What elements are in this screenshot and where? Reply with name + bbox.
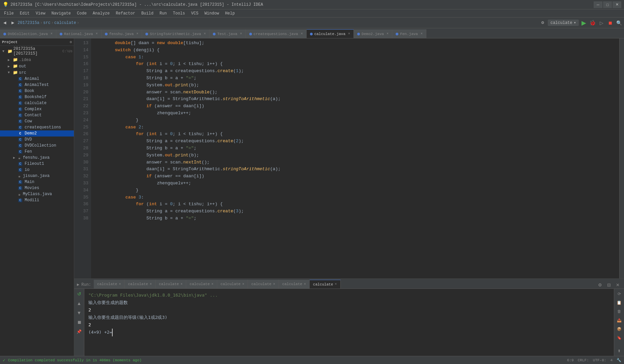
- tree-item-fenshu[interactable]: ▶ ☕ fenshu.java: [0, 155, 74, 161]
- minimize-button[interactable]: ─: [594, 1, 602, 8]
- tab-dvdcollection[interactable]: DVDCollection.java ×: [0, 29, 56, 38]
- tab-close[interactable]: ×: [301, 32, 303, 36]
- run-up-btn[interactable]: ▲: [76, 300, 83, 307]
- status-encoding[interactable]: UTF-8:: [593, 358, 606, 362]
- breadcrumb-project[interactable]: 20172315a: [18, 21, 39, 25]
- search-button[interactable]: 🔍: [615, 19, 623, 27]
- tree-item-jisuan[interactable]: ☕ jisuan.java: [0, 173, 74, 179]
- tab-fen[interactable]: Fen.java ×: [392, 29, 426, 38]
- tree-item-Fen[interactable]: C Fen: [0, 149, 74, 155]
- maximize-button[interactable]: □: [603, 1, 612, 8]
- run-tab-7[interactable]: calculate ×: [279, 280, 310, 289]
- close-button[interactable]: ✕: [613, 1, 621, 8]
- tab-close[interactable]: ×: [96, 32, 98, 36]
- tree-item-Modili[interactable]: C Modili: [0, 197, 74, 203]
- run-tab-close[interactable]: ×: [180, 282, 182, 286]
- tree-item-src[interactable]: ▼ 📁 src: [0, 69, 74, 76]
- menu-run[interactable]: Run: [157, 10, 170, 17]
- tab-close[interactable]: ×: [204, 32, 206, 36]
- run-tab-1[interactable]: calculate ×: [94, 280, 124, 289]
- menu-refactor[interactable]: Refactor: [113, 10, 138, 17]
- menu-build[interactable]: Build: [139, 10, 156, 17]
- tab-demo2[interactable]: Demo2.java ×: [354, 29, 392, 38]
- tab-calculate[interactable]: calculate.java ×: [307, 29, 354, 38]
- run-tab-4[interactable]: calculate ×: [186, 280, 217, 289]
- run-tab-close[interactable]: ×: [119, 282, 121, 286]
- run-tab-close[interactable]: ×: [335, 282, 337, 286]
- toolbar-settings[interactable]: ⚙: [539, 19, 546, 27]
- run-tab-5[interactable]: calculate ×: [217, 280, 248, 289]
- run-action-4[interactable]: 📤: [616, 316, 623, 324]
- menu-analyze[interactable]: Analyze: [90, 10, 112, 17]
- menu-vcs[interactable]: VCS: [189, 10, 201, 17]
- tree-item-DVDCollection[interactable]: C DVDCollection: [0, 143, 74, 149]
- run-layout-btn[interactable]: ⊟: [605, 281, 613, 289]
- menu-help[interactable]: Help: [222, 10, 237, 17]
- tree-item-Demo2[interactable]: C Demo2: [0, 130, 74, 136]
- menu-navigate[interactable]: Navigate: [49, 10, 74, 17]
- tree-item-Book[interactable]: C Book: [0, 88, 74, 94]
- tree-item-Main[interactable]: C Main: [0, 179, 74, 185]
- tree-item-DVD[interactable]: C DVD: [0, 136, 74, 143]
- run-config-dropdown[interactable]: calculate ▾: [548, 20, 579, 26]
- tree-item-Bookshelf[interactable]: C Bookshelf: [0, 94, 74, 100]
- tree-item-AnimalTest[interactable]: C AnimalTest: [0, 82, 74, 88]
- menu-code[interactable]: Code: [74, 10, 89, 17]
- run-restart-btn[interactable]: ↺: [76, 290, 83, 298]
- breadcrumb-calculate[interactable]: calculate: [54, 21, 76, 25]
- run-tab-close[interactable]: ×: [150, 282, 152, 286]
- menu-edit[interactable]: Edit: [17, 10, 32, 17]
- tree-item-Animal[interactable]: C Animal: [0, 76, 74, 82]
- tree-item-createquestions[interactable]: C createquestions: [0, 124, 74, 130]
- run-tab-6[interactable]: calculate ×: [248, 280, 279, 289]
- tab-close[interactable]: ×: [348, 32, 350, 36]
- menu-view[interactable]: View: [33, 10, 48, 17]
- stop-button[interactable]: ⏹: [606, 19, 614, 27]
- tab-close[interactable]: ×: [136, 32, 138, 36]
- tree-item-idea[interactable]: ▶ 📁 .idea: [0, 57, 74, 63]
- tree-item-Contact[interactable]: C Contact: [0, 112, 74, 118]
- run-action-2[interactable]: 📋: [616, 299, 623, 306]
- tree-item-root[interactable]: ▼ 📁 20172315a [20172315] C:\Us: [0, 46, 74, 57]
- run-action-3[interactable]: 🗑: [616, 308, 623, 315]
- run-down-btn[interactable]: ▼: [76, 309, 83, 316]
- run-action-expand[interactable]: ⬆: [616, 347, 623, 355]
- tree-item-out[interactable]: ▶ 📁 out: [0, 63, 74, 69]
- toolbar-nav-forward[interactable]: ▶: [9, 19, 16, 27]
- run-tab-close[interactable]: ×: [242, 282, 244, 286]
- run-stop-btn[interactable]: ⏹: [76, 318, 83, 326]
- tab-close[interactable]: ×: [387, 32, 389, 36]
- tree-item-Fileout1[interactable]: C Fileout1: [0, 161, 74, 167]
- tree-item-calculate[interactable]: C calculate: [0, 100, 74, 106]
- sidebar-gear-icon[interactable]: ⚙: [69, 40, 72, 44]
- debug-button[interactable]: 🐞: [589, 19, 596, 27]
- tab-fenshu[interactable]: fenshu.java ×: [102, 29, 142, 38]
- status-line-ending[interactable]: CRLF:: [578, 358, 589, 362]
- tab-rational[interactable]: Rational.java ×: [56, 29, 102, 38]
- run-tab-8[interactable]: calculate ×: [310, 280, 340, 289]
- tree-item-MyClass[interactable]: ☕ MyClass.java: [0, 191, 74, 197]
- run-tab-3[interactable]: calculate ×: [155, 280, 186, 289]
- run-action-1[interactable]: ⟳: [616, 290, 623, 298]
- tab-close[interactable]: ×: [51, 32, 53, 36]
- coverage-button[interactable]: ▷: [598, 19, 605, 27]
- run-tab-close[interactable]: ×: [304, 282, 306, 286]
- code-content[interactable]: double[] daan = new double[tishu]; switc…: [91, 38, 619, 278]
- tab-createquestions[interactable]: createquestions.java ×: [246, 29, 307, 38]
- tree-item-Movies[interactable]: C Movies: [0, 185, 74, 191]
- menu-file[interactable]: File: [1, 10, 17, 17]
- run-tab-close[interactable]: ×: [273, 282, 275, 286]
- run-action-5[interactable]: 📦: [616, 325, 623, 333]
- run-tab-close[interactable]: ×: [211, 282, 214, 286]
- tree-item-Complex[interactable]: C Complex: [0, 106, 74, 112]
- run-button[interactable]: ▶: [580, 19, 588, 27]
- tab-stringtoarithmetic[interactable]: StringToArithmetic.java ×: [142, 29, 209, 38]
- run-settings-btn[interactable]: ⚙: [596, 281, 604, 289]
- run-close-panel-btn[interactable]: ✕: [614, 281, 621, 289]
- run-pin-btn[interactable]: 📌: [76, 328, 83, 335]
- status-position[interactable]: 6:9: [567, 358, 574, 362]
- tree-item-io[interactable]: C io: [0, 167, 74, 173]
- breadcrumb-src[interactable]: src: [43, 21, 51, 25]
- menu-tools[interactable]: Tools: [170, 10, 188, 17]
- menu-window[interactable]: Window: [202, 10, 222, 17]
